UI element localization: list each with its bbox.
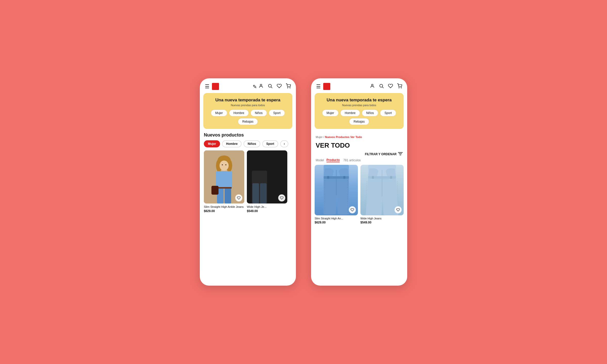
page-title-2: VER TODO <box>311 140 407 152</box>
search-icon[interactable] <box>268 83 273 90</box>
product-grid-2: Slim Straight High An... $629.00 <box>311 165 407 286</box>
breadcrumb-2: Mujer / Nuevos Productos Ver Todo <box>311 132 407 140</box>
svg-point-22 <box>372 84 373 86</box>
banner-btn-ninos[interactable]: Niños <box>251 110 267 116</box>
banner-btn-ninos-2[interactable]: Niños <box>362 110 378 116</box>
section-title-1: Nuevos productos <box>200 132 296 140</box>
filter-tab-sport[interactable]: Sport <box>262 140 278 147</box>
heart-icon[interactable] <box>277 83 282 90</box>
product-price-1: $629.00 <box>204 209 244 213</box>
svg-point-3 <box>288 87 288 88</box>
filter-lines-icon <box>398 152 403 156</box>
phone-1: ☰ ✎ Una nueva temporada te espera Nuevas… <box>200 78 296 286</box>
filter-label-text: FILTRAR Y ORDENAR <box>365 152 397 156</box>
product-price-jeans-1: $629.00 <box>315 221 358 224</box>
product-img-jeans-1 <box>315 165 358 215</box>
breadcrumb-base[interactable]: Mujer <box>316 135 323 139</box>
svg-point-1 <box>268 84 271 87</box>
banner-btn-sport-2[interactable]: Sport <box>380 110 396 116</box>
svg-point-15 <box>220 161 229 171</box>
cart-icon[interactable] <box>286 83 291 90</box>
banner-btn-mujer[interactable]: Mujer <box>211 110 227 116</box>
breadcrumb-active[interactable]: Nuevos Productos Ver Todo <box>325 135 362 139</box>
filter-tab-mujer[interactable]: Mujer <box>204 140 220 147</box>
header-icons-2 <box>370 83 402 90</box>
header-left-1: ☰ <box>205 83 250 90</box>
sort-tab-producto[interactable]: Producto <box>327 158 340 162</box>
items-count: 781 artículos <box>343 158 361 162</box>
svg-rect-12 <box>225 188 231 203</box>
filter-tab-more[interactable]: › <box>280 140 288 147</box>
svg-point-17 <box>225 164 226 165</box>
banner-btn-hombre[interactable]: Hombre <box>229 110 249 116</box>
banner-title-2: Una nueva temporada te espera <box>319 98 400 103</box>
logo-box[interactable] <box>212 83 219 90</box>
product-name-1: Slim Straight High Ankle Jeans <box>204 205 244 209</box>
hamburger-icon-2[interactable]: ☰ <box>316 83 321 89</box>
svg-point-26 <box>401 87 402 88</box>
banner-title-1: Una nueva temporada te espera <box>207 98 288 103</box>
svg-point-0 <box>260 84 262 86</box>
header-icons-1: ✎ <box>253 83 291 90</box>
svg-line-24 <box>382 87 384 88</box>
phone-2: ☰ Una nueva temporada te espera Nuevas p… <box>311 78 407 286</box>
filter-tab-ninos[interactable]: Niños <box>244 140 260 147</box>
svg-point-23 <box>380 84 383 87</box>
svg-line-2 <box>271 87 272 88</box>
banner-1: Una nueva temporada te espera Nuevas pre… <box>203 93 292 129</box>
heart-icon-2[interactable] <box>388 83 393 90</box>
wishlist-btn-1[interactable] <box>235 194 242 201</box>
sort-tab-model[interactable]: Model <box>316 158 324 162</box>
banner-buttons-1: Mujer Hombre Niños Sport Rebajas <box>207 110 288 125</box>
banner-buttons-2: Mujer Hombre Niños Sport Rebajas <box>319 110 400 125</box>
product-price-jeans-2: $549.00 <box>360 221 404 224</box>
person-icon[interactable]: ✎ <box>253 83 264 90</box>
product-img-2 <box>247 150 287 203</box>
product-price-2: $549.00 <box>247 209 287 213</box>
svg-rect-10 <box>216 171 232 189</box>
svg-rect-21 <box>260 183 267 203</box>
product-card-1: Slim Straight High Ankle Jeans $629.00 <box>204 150 244 213</box>
wishlist-btn-jeans-1[interactable] <box>349 206 356 213</box>
person-icon-2[interactable] <box>370 83 375 90</box>
filter-button[interactable]: FILTRAR Y ORDENAR <box>365 152 403 156</box>
search-icon-2[interactable] <box>379 83 384 90</box>
product-name-2: Wide High Je... <box>247 205 287 209</box>
svg-point-16 <box>222 164 223 165</box>
product-name-jeans-2: Wide High Jeans <box>360 217 404 220</box>
sort-tabs-2: Model Producto 781 artículos <box>311 158 407 165</box>
filter-bar-2: FILTRAR Y ORDENAR <box>311 152 407 158</box>
banner-2: Una nueva temporada te espera Nuevas pre… <box>315 93 404 129</box>
hamburger-icon[interactable]: ☰ <box>205 83 209 89</box>
product-img-jeans-2 <box>360 165 404 215</box>
product-card-2: Wide High Je... $549.00 <box>247 150 287 213</box>
banner-subtitle-2: Nuevas prendas para todos <box>319 104 400 107</box>
product-card-2-2: Wide High Jeans $549.00 <box>360 165 404 286</box>
svg-point-4 <box>290 87 290 88</box>
product-card-2-1: Slim Straight High An... $629.00 <box>315 165 358 286</box>
header-left-2: ☰ <box>316 83 367 90</box>
banner-btn-mujer-2[interactable]: Mujer <box>322 110 338 116</box>
wishlist-btn-jeans-2[interactable] <box>395 206 402 213</box>
cart-icon-2[interactable] <box>397 83 402 90</box>
svg-rect-14 <box>211 186 219 195</box>
header-1: ☰ ✎ <box>200 78 296 93</box>
filter-tab-hombre[interactable]: Hombre <box>222 140 242 147</box>
banner-btn-rebajas-2[interactable]: Rebajas <box>349 118 369 125</box>
banner-btn-hombre-2[interactable]: Hombre <box>340 110 360 116</box>
product-name-jeans-1: Slim Straight High An... <box>315 217 358 220</box>
header-2: ☰ <box>311 78 407 93</box>
banner-btn-sport[interactable]: Sport <box>269 110 285 116</box>
wishlist-btn-2[interactable] <box>278 194 285 201</box>
logo-box-2[interactable] <box>323 83 330 90</box>
banner-subtitle-1: Nuevas prendas para todos <box>207 104 288 107</box>
svg-rect-13 <box>216 187 232 189</box>
banner-btn-rebajas[interactable]: Rebajas <box>238 118 258 125</box>
svg-rect-20 <box>252 183 259 203</box>
svg-point-25 <box>399 87 399 88</box>
product-grid-1: Slim Straight High Ankle Jeans $629.00 W… <box>200 150 296 213</box>
filter-tabs-1: Mujer Hombre Niños Sport › <box>200 140 296 150</box>
product-img-1 <box>204 150 244 203</box>
